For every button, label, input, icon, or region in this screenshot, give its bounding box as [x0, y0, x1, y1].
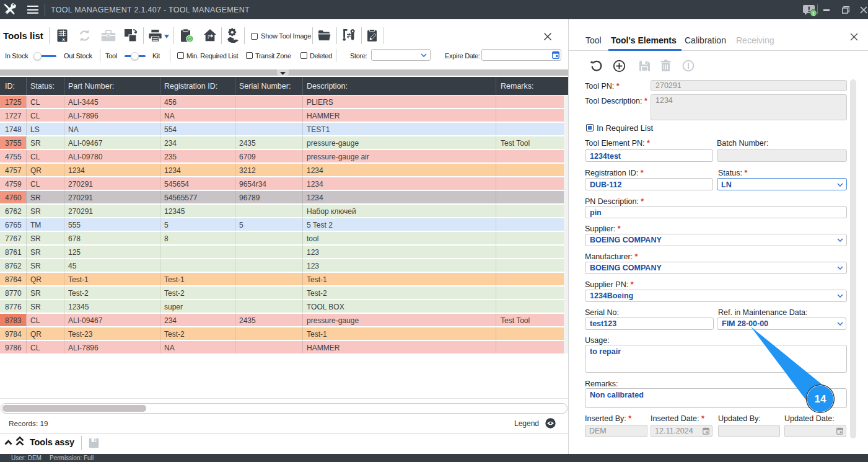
svg-text:x: x: [62, 37, 65, 42]
svg-text:1: 1: [812, 11, 815, 17]
svg-text:14: 14: [815, 393, 826, 405]
